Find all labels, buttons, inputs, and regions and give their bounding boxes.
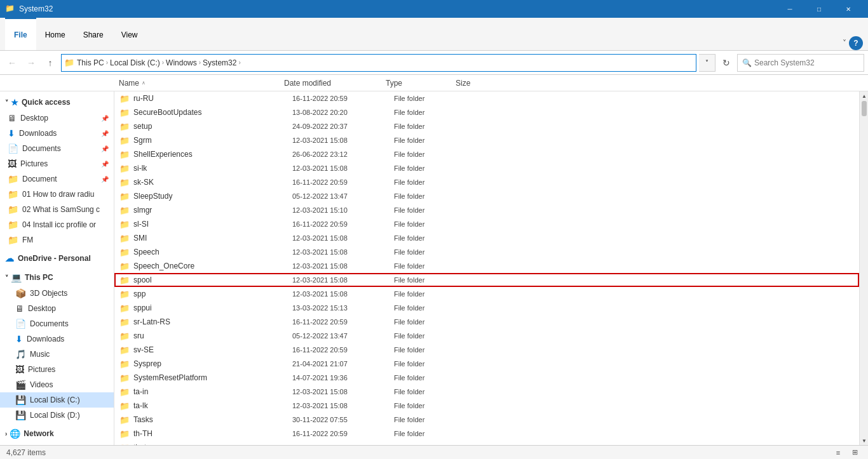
table-row[interactable]: 📁Speech_OneCore12-03-2021 15:08File fold… (114, 259, 859, 273)
table-row[interactable]: 📁ShellExperiences26-06-2022 23:12File fo… (114, 147, 859, 161)
table-row[interactable]: 📁sru05-12-2022 13:47File folder (114, 329, 859, 343)
folder-icon: 📁 (119, 429, 130, 439)
sidebar-item-desktop[interactable]: 🖥 Desktop 📌 (0, 110, 114, 126)
ribbon-help-button[interactable]: ? (849, 36, 863, 50)
folder-icon: 📁 (119, 192, 130, 201)
sidebar-section-quick-access[interactable]: ˅ ★ Quick access (0, 94, 114, 110)
table-row[interactable]: 📁ru-RU16-11-2022 20:59File folder (114, 91, 859, 105)
sidebar-item-documents[interactable]: 📄 Documents 📌 (0, 141, 114, 156)
table-row[interactable]: 📁Speech12-03-2021 15:08File folder (114, 245, 859, 259)
scroll-up-arrow[interactable]: ▲ (860, 91, 868, 100)
file-type: File folder (394, 276, 464, 284)
tab-home[interactable]: Home (36, 18, 74, 50)
folder-icon: 📁 (119, 164, 130, 173)
table-row[interactable]: 📁sr-Latn-RS16-11-2022 20:59File folder (114, 315, 859, 329)
back-button[interactable]: ← (4, 55, 20, 71)
table-row[interactable]: 📁setup24-09-2022 20:37File folder (114, 119, 859, 133)
table-row[interactable]: 📁ta-lk12-03-2021 15:08File folder (114, 399, 859, 413)
table-row[interactable]: 📁Sysprep21-04-2021 21:07File folder (114, 357, 859, 371)
address-dropdown-button[interactable]: ˅ (699, 54, 715, 72)
sidebar-item-04install[interactable]: 📁 04 Install icc profile or (0, 217, 114, 232)
sidebar-section-thispc[interactable]: ˅ 💻 This PC (0, 269, 114, 286)
fm-icon: 📁 (8, 235, 18, 245)
folder-icon: 📁 (119, 178, 130, 187)
downloads2-icon: ⬇ (15, 334, 23, 344)
col-type-header[interactable]: Type (383, 79, 453, 88)
table-row[interactable]: 📁ti-et12-03-2021 15:08File folder (114, 441, 859, 445)
scroll-thumb[interactable] (862, 101, 867, 116)
address-path[interactable]: 📁 This PC › Local Disk (C:) › Windows › … (61, 54, 696, 72)
forward-button[interactable]: → (23, 55, 39, 71)
file-type: File folder (394, 374, 464, 382)
sidebar-item-02what[interactable]: 📁 02 What is SamSung c (0, 202, 114, 217)
sidebar-item-pictures[interactable]: 🖼 Pictures 📌 (0, 156, 114, 171)
table-row[interactable]: 📁si-lk12-03-2021 15:08File folder (114, 161, 859, 175)
network-label: Network (24, 429, 53, 438)
file-date: 16-11-2022 20:59 (292, 430, 394, 437)
file-date: 16-11-2022 20:59 (292, 346, 394, 354)
scroll-down-arrow[interactable]: ▼ (860, 436, 868, 445)
table-row[interactable]: 📁sl-SI16-11-2022 20:59File folder (114, 217, 859, 231)
sidebar-network[interactable]: › 🌐 Network (0, 425, 114, 442)
sidebar-item-fm[interactable]: 📁 FM (0, 232, 114, 248)
sidebar-item-documents2[interactable]: 📄 Documents (0, 316, 114, 331)
file-name: th-TH (133, 429, 292, 438)
status-bar: 4,627 items ≡ ⊞ (0, 445, 868, 459)
search-input[interactable] (737, 54, 864, 72)
col-date-header[interactable]: Date modified (281, 79, 383, 88)
thispc-label: This PC (25, 273, 53, 282)
folder-icon: 📁 (119, 373, 130, 383)
refresh-button[interactable]: ↻ (718, 55, 735, 71)
close-button[interactable]: ✕ (834, 0, 863, 18)
sidebar-item-01how[interactable]: 📁 01 How to draw radiu (0, 187, 114, 202)
ribbon-chevron[interactable]: ˅ (843, 39, 846, 48)
table-row[interactable]: 📁SMI12-03-2021 15:08File folder (114, 231, 859, 245)
table-row[interactable]: 📁SystemResetPlatform14-07-2021 19:36File… (114, 371, 859, 385)
folder-icon: 📁 (119, 122, 130, 131)
file-type: File folder (394, 388, 464, 396)
folder-icon: 📁 (119, 401, 130, 411)
table-row[interactable]: 📁spool12-03-2021 15:08File folder (114, 273, 859, 287)
sidebar-item-pictures2[interactable]: 🖼 Pictures (0, 362, 114, 377)
file-date: 12-03-2021 15:08 (292, 444, 394, 445)
file-date: 16-11-2022 20:59 (292, 178, 394, 186)
folder-icon: 📁 (119, 415, 130, 425)
sidebar-item-desktop2[interactable]: 🖥 Desktop (0, 301, 114, 316)
scrollbar-right[interactable]: ▲ ▼ (859, 91, 868, 445)
table-row[interactable]: 📁sv-SE16-11-2022 20:59File folder (114, 343, 859, 357)
file-type: File folder (394, 304, 464, 312)
table-row[interactable]: 📁sk-SK16-11-2022 20:59File folder (114, 175, 859, 189)
tab-view[interactable]: View (112, 18, 147, 50)
table-row[interactable]: 📁slmgr12-03-2021 15:10File folder (114, 203, 859, 217)
table-row[interactable]: 📁SecureBootUpdates13-08-2022 20:20File f… (114, 105, 859, 119)
file-name: Speech_OneCore (133, 262, 292, 270)
view-tiles-button[interactable]: ⊞ (848, 447, 862, 458)
table-row[interactable]: 📁th-TH16-11-2022 20:59File folder (114, 427, 859, 441)
minimize-button[interactable]: ─ (775, 0, 804, 18)
sidebar-item-3dobjects[interactable]: 📦 3D Objects (0, 286, 114, 301)
col-name-header[interactable]: Name ∧ (116, 79, 281, 88)
sidebar-item-localc[interactable]: 💾 Local Disk (C:) (0, 392, 114, 408)
sidebar-item-videos[interactable]: 🎬 Videos (0, 377, 114, 392)
table-row[interactable]: 📁Tasks30-11-2022 07:55File folder (114, 413, 859, 427)
sidebar-item-downloads2[interactable]: ⬇ Downloads (0, 331, 114, 347)
sidebar-item-music[interactable]: 🎵 Music (0, 347, 114, 362)
path-system32: System32 (203, 58, 236, 67)
documents-pin-icon: 📌 (101, 145, 109, 152)
table-row[interactable]: 📁spp12-03-2021 15:08File folder (114, 287, 859, 301)
col-size-header[interactable]: Size (453, 79, 504, 88)
view-details-button[interactable]: ≡ (831, 447, 845, 458)
sidebar-item-downloads[interactable]: ⬇ Downloads 📌 (0, 126, 114, 141)
table-row[interactable]: 📁ta-in12-03-2021 15:08File folder (114, 385, 859, 399)
tab-file[interactable]: File (5, 18, 36, 50)
table-row[interactable]: 📁SleepStudy05-12-2022 13:47File folder (114, 189, 859, 203)
sidebar-onedrive[interactable]: ☁ OneDrive - Personal (0, 250, 114, 267)
up-button[interactable]: ↑ (42, 55, 58, 71)
downloads-pin-icon: 📌 (101, 130, 109, 137)
table-row[interactable]: 📁sppui13-03-2022 15:13File folder (114, 301, 859, 315)
tab-share[interactable]: Share (74, 18, 112, 50)
sidebar-item-locald[interactable]: 💾 Local Disk (D:) (0, 408, 114, 423)
sidebar-item-document[interactable]: 📁 Document 📌 (0, 171, 114, 187)
maximize-button[interactable]: □ (804, 0, 834, 18)
table-row[interactable]: 📁Sgrm12-03-2021 15:08File folder (114, 133, 859, 147)
